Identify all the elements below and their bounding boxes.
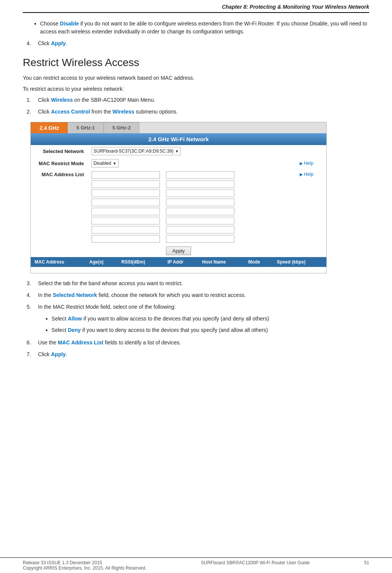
mac-input-3b[interactable] bbox=[166, 189, 234, 197]
footer: Release 33 ISSUE 1.3 December 2015 Copyr… bbox=[0, 557, 392, 573]
select-arrow-icon: ▼ bbox=[175, 149, 179, 153]
bullet-dot: • bbox=[34, 20, 36, 36]
step-2-item: 2. Click Access Control from the Wireles… bbox=[27, 108, 369, 116]
mac-input-row-2 bbox=[92, 180, 292, 188]
mac-list-help-link[interactable]: ▶ Help bbox=[300, 172, 322, 177]
col-mac-address: MAC Address bbox=[31, 257, 85, 267]
mac-input-7b[interactable] bbox=[166, 226, 234, 234]
disable-bullet-text: Choose Disable if you do not want to be … bbox=[40, 20, 369, 36]
mac-input-row-3 bbox=[92, 189, 292, 197]
col-speed: Speed (kbps) bbox=[273, 257, 326, 267]
apply-button-row: Apply bbox=[31, 245, 326, 257]
mac-input-4b[interactable] bbox=[166, 199, 234, 206]
step-5-text: In the MAC Restrict Mode field, select o… bbox=[38, 303, 176, 311]
mac-input-2a[interactable] bbox=[92, 180, 160, 188]
mac-input-5a[interactable] bbox=[92, 208, 160, 215]
col-age: Age(s) bbox=[85, 257, 117, 267]
step5-bullets: • Select Allow if you want to allow acce… bbox=[46, 315, 369, 335]
step-3-num: 3. bbox=[27, 279, 38, 287]
mac-restrict-mode-row: MAC Restrict Mode Disabled ▼ ▶ Help bbox=[31, 157, 326, 169]
mac-input-row-7 bbox=[92, 226, 292, 234]
mac-input-8b[interactable] bbox=[166, 235, 234, 243]
mac-input-3a[interactable] bbox=[92, 189, 160, 197]
mac-address-list-label: MAC Address List bbox=[31, 169, 88, 245]
step-6-text: Use the MAC Address List fields to ident… bbox=[38, 339, 181, 347]
access-control-link: Access Control bbox=[51, 109, 90, 115]
deny-bullet: • Select Deny if you want to deny access… bbox=[46, 326, 369, 335]
step-4-text: Click Apply. bbox=[38, 39, 67, 47]
connected-devices-table: MAC Address Age(s) RSSI(dBm) IP Addr Hos… bbox=[31, 257, 326, 273]
footer-page: 51 bbox=[364, 560, 369, 571]
step4-apply-link: Apply bbox=[51, 40, 66, 46]
wireless-link-1: Wireless bbox=[51, 97, 73, 103]
chapter-header: Chapter 8: Protecting & Monitoring Your … bbox=[23, 4, 369, 13]
bullet-dot-3: • bbox=[46, 326, 48, 335]
step-4-num: 4. bbox=[27, 39, 38, 47]
tab-2-4ghz[interactable]: 2.4 GHz bbox=[31, 122, 68, 133]
deny-bullet-text: Select Deny if you want to deny access t… bbox=[52, 326, 268, 335]
footer-center: SURFboard SBR®AC1200P Wi-Fi Router User … bbox=[201, 560, 310, 571]
col-host-name: Host Name bbox=[198, 257, 244, 267]
footer-copyright: Copyright ARRIS Enterprises, Inc. 2015. … bbox=[23, 565, 146, 571]
section-heading: Restrict Wireless Access bbox=[23, 57, 369, 69]
connected-devices-header-row: MAC Address Age(s) RSSI(dBm) IP Addr Hos… bbox=[31, 257, 326, 267]
help-arrow-icon: ▶ bbox=[300, 161, 303, 166]
apply-button[interactable]: Apply bbox=[166, 246, 191, 255]
mac-restrict-mode-select[interactable]: Disabled ▼ bbox=[92, 159, 119, 167]
mac-address-list-header-row: MAC Address List bbox=[31, 169, 326, 245]
col-rssi: RSSI(dBm) bbox=[118, 257, 164, 267]
mac-input-1a[interactable] bbox=[92, 171, 160, 179]
tab-5ghz-1[interactable]: 5 GHz-1 bbox=[68, 122, 103, 133]
mac-input-7a[interactable] bbox=[92, 226, 160, 234]
mac-restrict-mode-text: Disabled bbox=[93, 161, 111, 166]
step-4b-num: 4. bbox=[27, 291, 38, 299]
deny-link: Deny bbox=[68, 327, 81, 333]
footer-left: Release 33 ISSUE 1.3 December 2015 Copyr… bbox=[23, 560, 146, 571]
mac-input-6b[interactable] bbox=[166, 217, 234, 224]
step-6-item: 6. Use the MAC Address List fields to id… bbox=[27, 339, 369, 347]
select-arrow-icon-2: ▼ bbox=[113, 161, 117, 166]
mac-input-1b[interactable] bbox=[166, 171, 234, 179]
step-2-text: Click Access Control from the Wireless s… bbox=[38, 108, 178, 116]
intro-bullet-section: • Choose Disable if you do not want to b… bbox=[34, 20, 369, 36]
allow-bullet-text: Select Allow if you want to allow access… bbox=[52, 315, 269, 323]
mac-input-8a[interactable] bbox=[92, 235, 160, 243]
mac-input-5b[interactable] bbox=[166, 208, 234, 215]
allow-link: Allow bbox=[68, 316, 82, 322]
mac-input-row-6 bbox=[92, 217, 292, 224]
step-1-text: Click Wireless on the SBR-AC1200P Main M… bbox=[38, 96, 155, 104]
mac-restrict-help-cell: ▶ Help bbox=[296, 157, 326, 169]
footer-release: Release 33 ISSUE 1.3 December 2015 bbox=[23, 560, 146, 565]
mac-list-help-cell: ▶ Help bbox=[296, 169, 326, 245]
step-6-num: 6. bbox=[27, 339, 38, 347]
wireless-link-2: Wireless bbox=[112, 109, 134, 115]
tab-5ghz-2[interactable]: 5 GHz-2 bbox=[104, 122, 139, 133]
mac-input-6a[interactable] bbox=[92, 217, 160, 224]
step-7-item: 7. Click Apply. bbox=[27, 350, 369, 358]
disable-bullet: • Choose Disable if you do not want to b… bbox=[34, 20, 369, 36]
selected-network-select[interactable]: SURFboard-5C37(3C:DF:A9:D9:5C:39) ▼ bbox=[92, 147, 181, 155]
disable-link: Disable bbox=[60, 21, 79, 27]
step-2-num: 2. bbox=[27, 108, 38, 116]
connected-devices-empty-row bbox=[31, 267, 326, 273]
col-ip-addr: IP Addr bbox=[164, 257, 198, 267]
apply-row-cell: Apply bbox=[31, 245, 326, 257]
selected-network-value-cell: SURFboard-5C37(3C:DF:A9:D9:5C:39) ▼ bbox=[88, 145, 296, 157]
col-mode: Mode bbox=[244, 257, 273, 267]
selected-network-text: SURFboard-5C37(3C:DF:A9:D9:5C:39) bbox=[93, 148, 174, 154]
router-screenshot: 2.4 GHz 5 GHz-1 5 GHz-2 2.4 GHz Wi-Fi Ne… bbox=[30, 122, 327, 273]
step-3-item: 3. Select the tab for the band whose acc… bbox=[27, 279, 369, 287]
selected-network-row: Selected Network SURFboard-5C37(3C:DF:A9… bbox=[31, 145, 326, 157]
help-text: Help bbox=[304, 161, 313, 166]
step-5-num: 5. bbox=[27, 303, 38, 311]
mac-input-2b[interactable] bbox=[166, 180, 234, 188]
step7-apply-link: Apply bbox=[51, 351, 66, 357]
mac-input-4a[interactable] bbox=[92, 199, 160, 206]
mac-input-row-1 bbox=[92, 171, 292, 179]
selected-network-help-spacer bbox=[296, 145, 326, 157]
help-arrow-icon-2: ▶ bbox=[300, 172, 303, 177]
step-4b-item: 4. In the Selected Network field, choose… bbox=[27, 291, 369, 299]
tab-bar: 2.4 GHz 5 GHz-1 5 GHz-2 bbox=[31, 122, 326, 133]
step-1-num: 1. bbox=[27, 96, 38, 104]
mac-restrict-help-link[interactable]: ▶ Help bbox=[300, 161, 322, 166]
